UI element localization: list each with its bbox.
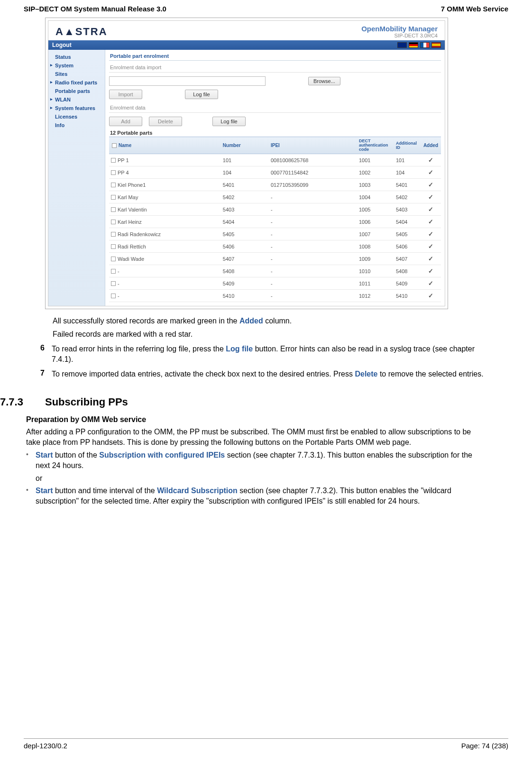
cell-number: 5406 xyxy=(220,240,268,253)
page-header: SIP–DECT OM System Manual Release 3.0 7 … xyxy=(0,0,532,18)
cell-added-check-icon: ✓ xyxy=(421,228,441,240)
cell-name: - xyxy=(118,293,119,299)
row-checkbox[interactable] xyxy=(111,207,116,212)
row-checkbox[interactable] xyxy=(111,257,116,261)
sidebar-item-wlan[interactable]: WLAN xyxy=(48,95,105,104)
cell-dect: 1002 xyxy=(356,166,393,179)
bullet-2-text: Start button and time interval of the Wi… xyxy=(36,486,487,506)
cell-dect: 1004 xyxy=(356,191,393,203)
cell-number: 5408 xyxy=(220,265,268,277)
table-row: -5409-10115409✓ xyxy=(109,277,441,290)
row-checkbox[interactable] xyxy=(111,294,116,298)
cell-addid: 5401 xyxy=(393,179,421,191)
cell-dect: 1012 xyxy=(356,290,393,302)
section-7-7-3-heading: 7.7.3 Subscribing PPs xyxy=(26,396,487,408)
cell-added-check-icon: ✓ xyxy=(421,203,441,216)
cell-ipei: - xyxy=(268,253,356,265)
cell-dect: 1006 xyxy=(356,216,393,228)
col-number[interactable]: Number xyxy=(220,137,268,154)
table-caption: 12 Portable parts xyxy=(110,130,441,136)
row-checkbox[interactable] xyxy=(111,269,116,274)
col-addid[interactable]: Additional ID xyxy=(393,137,421,154)
cell-addid: 5403 xyxy=(393,203,421,216)
row-checkbox[interactable] xyxy=(111,183,116,187)
logo: A▲STRA xyxy=(55,26,108,38)
cell-name: PP 4 xyxy=(118,170,129,175)
cell-added-check-icon: ✓ xyxy=(421,240,441,253)
row-checkbox[interactable] xyxy=(111,195,116,200)
cell-number: 104 xyxy=(220,166,268,179)
delete-button[interactable]: Delete xyxy=(149,117,182,126)
cell-dect: 1008 xyxy=(356,240,393,253)
cell-name: Kiel Phone1 xyxy=(118,182,146,188)
row-checkbox[interactable] xyxy=(111,232,116,237)
sidebar: StatusSystemSitesRadio fixed partsPortab… xyxy=(48,50,105,306)
flag-fr-icon[interactable] xyxy=(420,42,430,48)
cell-addid: 101 xyxy=(393,154,421,166)
cell-addid: 5408 xyxy=(393,265,421,277)
browse-button[interactable]: Browse... xyxy=(308,77,340,85)
sidebar-item-system-features[interactable]: System features xyxy=(48,104,105,112)
cell-dect: 1007 xyxy=(356,228,393,240)
row-checkbox[interactable] xyxy=(111,244,116,249)
logfile-button-1[interactable]: Log file xyxy=(185,90,218,99)
import-button[interactable]: Import xyxy=(109,90,142,99)
cell-addid: 104 xyxy=(393,166,421,179)
cell-name: PP 1 xyxy=(118,157,129,163)
select-all-checkbox[interactable] xyxy=(112,143,117,148)
add-button[interactable]: Add xyxy=(109,117,142,126)
step-6-text: To read error hints in the referring log… xyxy=(52,344,487,364)
table-row: Wadi Wade5407-10095407✓ xyxy=(109,253,441,265)
cell-ipei: - xyxy=(268,265,356,277)
cell-ipei: - xyxy=(268,290,356,302)
step-6-number: 6 xyxy=(40,344,52,364)
para-added-green: All successfully stored records are mark… xyxy=(53,316,487,326)
cell-number: 5404 xyxy=(220,216,268,228)
cell-number: 5410 xyxy=(220,290,268,302)
cell-ipei: 0127105395099 xyxy=(268,179,356,191)
cell-name: Radi Radenkowicz xyxy=(118,231,161,237)
cell-ipei: - xyxy=(268,203,356,216)
bullet-icon: • xyxy=(26,486,36,506)
cell-addid: 5405 xyxy=(393,228,421,240)
para-failed-red: Failed records are marked with a red sta… xyxy=(53,329,487,340)
table-row: -5408-10105408✓ xyxy=(109,265,441,277)
row-checkbox[interactable] xyxy=(111,170,116,175)
prep-para: After adding a PP configuration to the O… xyxy=(26,427,487,447)
sidebar-item-sites[interactable]: Sites xyxy=(48,70,105,78)
cell-number: 5402 xyxy=(220,191,268,203)
sidebar-item-info[interactable]: Info xyxy=(48,121,105,129)
import-file-input[interactable] xyxy=(109,76,266,86)
footer-right: Page: 74 (238) xyxy=(461,742,508,750)
cell-number: 5409 xyxy=(220,277,268,290)
cell-name: - xyxy=(118,268,119,274)
col-name[interactable]: Name xyxy=(109,137,220,154)
header-right: 7 OMM Web Service xyxy=(441,5,508,13)
col-ipei[interactable]: IPEI xyxy=(268,137,356,154)
flag-de-icon[interactable] xyxy=(409,42,418,48)
row-checkbox[interactable] xyxy=(111,220,116,224)
flag-es-icon[interactable] xyxy=(431,42,441,48)
flag-uk-icon[interactable] xyxy=(397,42,407,48)
row-checkbox[interactable] xyxy=(111,281,116,286)
cell-ipei: - xyxy=(268,216,356,228)
row-checkbox[interactable] xyxy=(111,158,116,163)
logout-button[interactable]: Logout xyxy=(52,42,72,48)
cell-name: Radi Rettich xyxy=(118,244,146,249)
sidebar-item-portable-parts[interactable]: Portable parts xyxy=(48,87,105,95)
cell-dect: 1003 xyxy=(356,179,393,191)
cell-addid: 5410 xyxy=(393,290,421,302)
logfile-button-2[interactable]: Log file xyxy=(212,117,246,126)
sidebar-item-licenses[interactable]: Licenses xyxy=(48,112,105,121)
sidebar-item-system[interactable]: System xyxy=(48,61,105,70)
col-added[interactable]: Added xyxy=(421,137,441,154)
cell-dect: 1011 xyxy=(356,277,393,290)
cell-added-check-icon: ✓ xyxy=(421,216,441,228)
cell-ipei: 0007701154842 xyxy=(268,166,356,179)
sidebar-item-status[interactable]: Status xyxy=(48,53,105,61)
cell-ipei: - xyxy=(268,191,356,203)
cell-number: 5405 xyxy=(220,228,268,240)
sidebar-item-radio-fixed-parts[interactable]: Radio fixed parts xyxy=(48,78,105,87)
main-panel: Portable part enrolment Enrolment data i… xyxy=(105,50,445,306)
col-dect[interactable]: DECT authentication code xyxy=(356,137,393,154)
